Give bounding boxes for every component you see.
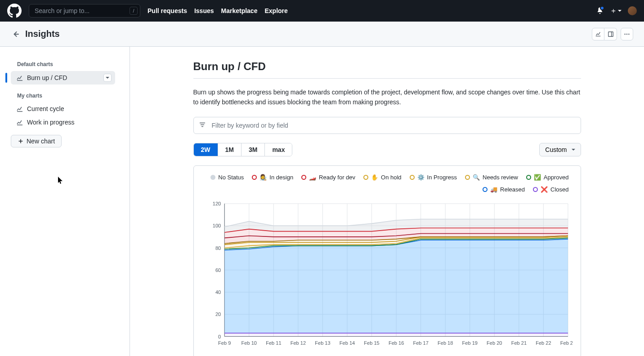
legend-label: Ready for dev xyxy=(319,174,355,181)
kebab-menu-icon[interactable] xyxy=(621,28,633,40)
layout: Default charts Burn up / CFD My charts C… xyxy=(0,47,644,356)
legend-label: Approved xyxy=(544,174,569,181)
legend-emoji-icon: ⚙️ xyxy=(417,174,425,181)
primary-nav: Pull requests Issues Marketplace Explore xyxy=(148,7,288,14)
my-charts-heading: My charts xyxy=(17,93,115,99)
legend-item[interactable]: 🚚Released xyxy=(483,186,525,193)
chart-legend: No Status👩‍🎨In design🏎️Ready for dev✋On … xyxy=(202,174,572,193)
legend-item[interactable]: ⚙️In Progress xyxy=(410,174,457,181)
svg-text:Feb 12: Feb 12 xyxy=(290,340,305,346)
svg-rect-0 xyxy=(608,31,613,36)
chart-line-icon xyxy=(16,119,23,126)
legend-swatch-icon xyxy=(483,187,487,192)
notifications-icon[interactable] xyxy=(596,7,604,15)
sidebar-item-label: Work in progress xyxy=(27,119,75,126)
range-2w[interactable]: 2W xyxy=(194,143,218,156)
default-charts-heading: Default charts xyxy=(17,61,115,67)
legend-item[interactable]: ✅Approved xyxy=(526,174,569,181)
range-1m[interactable]: 1M xyxy=(218,143,241,156)
sidebar-item-label: Burn up / CFD xyxy=(27,74,67,81)
sidebar-item-work-in-progress[interactable]: Work in progress xyxy=(11,116,115,129)
github-logo-icon[interactable] xyxy=(7,4,22,18)
page-heading: Insights xyxy=(25,29,60,39)
chevron-down-icon[interactable] xyxy=(103,74,112,82)
nav-marketplace[interactable]: Marketplace xyxy=(221,7,258,14)
svg-text:60: 60 xyxy=(215,267,220,273)
chart-line-icon xyxy=(16,74,23,81)
time-range-segment: 2W 1M 3M max xyxy=(193,143,293,156)
legend-emoji-icon: 🏎️ xyxy=(309,174,316,181)
legend-label: No Status xyxy=(218,174,244,181)
search-input[interactable] xyxy=(29,4,140,18)
legend-swatch-icon xyxy=(465,175,470,180)
svg-text:Feb 18: Feb 18 xyxy=(437,340,452,346)
svg-text:Feb 16: Feb 16 xyxy=(388,340,403,346)
user-avatar[interactable] xyxy=(628,6,637,15)
svg-text:Feb 13: Feb 13 xyxy=(315,340,330,346)
legend-item[interactable]: 🏎️Ready for dev xyxy=(301,174,355,181)
sidebar-item-current-cycle[interactable]: Current cycle xyxy=(11,102,115,115)
legend-emoji-icon: ❌ xyxy=(541,186,548,193)
custom-range-label: Custom xyxy=(545,146,567,153)
legend-item[interactable]: 🔍Needs review xyxy=(465,174,518,181)
plus-icon xyxy=(18,138,24,144)
range-max[interactable]: max xyxy=(264,143,292,156)
chevron-down-icon xyxy=(572,148,575,151)
chart-view-icon[interactable] xyxy=(592,28,604,40)
nav-issues[interactable]: Issues xyxy=(194,7,214,14)
legend-emoji-icon: ✋ xyxy=(371,174,378,181)
nav-explore[interactable]: Explore xyxy=(264,7,287,14)
svg-text:20: 20 xyxy=(215,312,220,317)
sidebar-item-label: Current cycle xyxy=(27,105,64,112)
svg-text:120: 120 xyxy=(212,201,220,206)
filter-input[interactable] xyxy=(193,117,581,134)
svg-text:Feb 14: Feb 14 xyxy=(339,340,354,346)
back-arrow-icon[interactable] xyxy=(12,30,20,38)
sidebar-item-burn-up-cfd[interactable]: Burn up / CFD xyxy=(11,71,115,85)
new-chart-button[interactable]: New chart xyxy=(11,135,62,147)
legend-item[interactable]: ✋On hold xyxy=(363,174,402,181)
legend-label: In design xyxy=(269,174,293,181)
legend-swatch-icon xyxy=(301,175,306,180)
main: Burn up / CFD Burn up shows the progress… xyxy=(130,47,644,356)
legend-label: Closed xyxy=(550,186,568,193)
svg-text:80: 80 xyxy=(215,245,220,251)
new-chart-label: New chart xyxy=(27,138,55,145)
svg-text:Feb 23: Feb 23 xyxy=(560,340,572,346)
legend-swatch-icon xyxy=(363,175,368,180)
panel-view-icon[interactable] xyxy=(604,28,617,40)
global-search: / xyxy=(29,4,140,18)
filter-icon xyxy=(199,121,206,130)
notification-dot-icon xyxy=(600,6,604,10)
filter-field xyxy=(193,117,581,134)
chart-line-icon xyxy=(16,105,23,112)
chart-card: No Status👩‍🎨In design🏎️Ready for dev✋On … xyxy=(193,165,581,356)
legend-item[interactable]: ❌Closed xyxy=(533,186,568,193)
svg-point-1 xyxy=(624,33,625,34)
legend-emoji-icon: 🚚 xyxy=(490,186,497,193)
legend-emoji-icon: 👩‍🎨 xyxy=(259,174,267,181)
page-description: Burn up shows the progress being made to… xyxy=(193,88,581,107)
svg-text:Feb 20: Feb 20 xyxy=(487,340,502,346)
svg-text:Feb 9: Feb 9 xyxy=(218,340,231,346)
svg-text:Feb 15: Feb 15 xyxy=(364,340,379,346)
nav-pull-requests[interactable]: Pull requests xyxy=(148,7,187,14)
legend-swatch-icon xyxy=(210,175,215,180)
range-row: 2W 1M 3M max Custom xyxy=(193,143,581,156)
svg-text:40: 40 xyxy=(215,289,220,295)
legend-label: Needs review xyxy=(483,174,518,181)
legend-swatch-icon xyxy=(526,175,531,180)
create-new-dropdown[interactable]: ＋ xyxy=(610,6,622,16)
svg-text:0: 0 xyxy=(218,334,221,339)
legend-swatch-icon xyxy=(410,175,415,180)
svg-point-2 xyxy=(626,33,627,34)
range-3m[interactable]: 3M xyxy=(241,143,264,156)
insights-subheader: Insights xyxy=(0,22,644,47)
header-right: ＋ xyxy=(596,6,637,16)
svg-text:Feb 19: Feb 19 xyxy=(462,340,477,346)
custom-range-button[interactable]: Custom xyxy=(539,143,581,156)
view-switch xyxy=(592,28,633,40)
legend-item[interactable]: No Status xyxy=(210,174,244,181)
legend-item[interactable]: 👩‍🎨In design xyxy=(252,174,293,181)
svg-text:Feb 11: Feb 11 xyxy=(266,340,281,346)
